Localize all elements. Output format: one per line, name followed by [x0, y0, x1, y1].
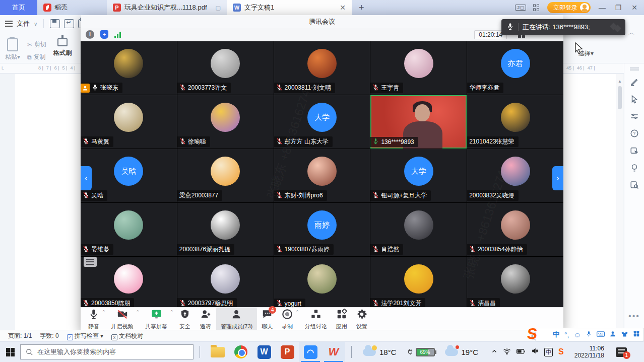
- record-button[interactable]: 录制: [277, 307, 297, 332]
- ime-indicator-icon[interactable]: 中: [544, 348, 553, 356]
- share-screen-button[interactable]: 共享屏幕: [141, 307, 172, 332]
- grid-pagination-icon[interactable]: [84, 257, 97, 267]
- tab-home[interactable]: 首页: [0, 0, 37, 15]
- ime-chinese-icon[interactable]: 中: [553, 330, 560, 339]
- pen-icon[interactable]: [629, 78, 639, 88]
- weather-widget-right[interactable]: 19°C: [445, 348, 479, 356]
- invite-button[interactable]: 邀请: [195, 307, 216, 332]
- battery-widget[interactable]: 69%: [407, 348, 435, 356]
- tray-battery-icon[interactable]: [517, 347, 526, 356]
- help-icon[interactable]: ?: [629, 129, 639, 139]
- taskbar-wps[interactable]: W: [322, 342, 345, 362]
- participant-tile[interactable]: 20003797穆思明: [177, 257, 274, 307]
- lightbulb-icon[interactable]: [629, 163, 639, 173]
- workspace-grid-icon[interactable]: [533, 4, 540, 11]
- participant-tile[interactable]: 20003876派丽扎提: [177, 203, 274, 256]
- participant-tile[interactable]: 梁燕20003877: [177, 149, 274, 202]
- participant-tile[interactable]: 20003811-刘文晴: [274, 41, 370, 95]
- participant-tile[interactable]: 东财-刘博pro6: [274, 149, 370, 202]
- tray-expand-icon[interactable]: [491, 347, 497, 356]
- tray-sogou-icon[interactable]: S: [558, 347, 564, 356]
- participant-tile[interactable]: 21010423张慧荣: [467, 95, 563, 149]
- ime-skin-icon[interactable]: [621, 331, 628, 339]
- scroll-up-icon[interactable]: ▲: [618, 79, 622, 84]
- scrollbar-handle[interactable]: [618, 86, 622, 109]
- settings-button[interactable]: 设置: [352, 307, 372, 332]
- ime-punctuation-icon[interactable]: °,: [564, 331, 569, 339]
- weather-widget-left[interactable]: 18°C: [363, 348, 397, 356]
- tab-text-document[interactable]: W 文字文稿1 ✕: [227, 0, 352, 15]
- paste-button[interactable]: 粘贴▾: [5, 38, 20, 61]
- ribbon-collapse-icon[interactable]: ︿: [628, 28, 635, 37]
- wifi-icon[interactable]: [503, 347, 511, 356]
- participant-tile[interactable]: 20003832吴晓漫: [467, 149, 563, 202]
- copy-button[interactable]: ⧉ 复制: [27, 53, 46, 61]
- restore-button[interactable]: ❐: [614, 4, 623, 12]
- participant-tile[interactable]: 肖浩然: [370, 203, 467, 256]
- members-button[interactable]: 管理成员(73): [216, 307, 257, 332]
- document-page[interactable]: [15, 74, 81, 330]
- taskbar-clock[interactable]: 11:06 2022/11/18: [574, 345, 604, 359]
- proofread-button[interactable]: x文档校对: [111, 332, 143, 340]
- participant-tile[interactable]: 亦君华师李亦君: [467, 41, 563, 95]
- ime-emoji-icon[interactable]: ☺: [574, 331, 581, 339]
- book-search-icon[interactable]: [629, 180, 639, 190]
- notification-center-icon[interactable]: 1: [616, 347, 627, 357]
- meeting-info-icon[interactable]: i: [86, 30, 94, 39]
- participant-tile[interactable]: yogurt: [274, 257, 370, 307]
- ime-mic-icon[interactable]: [586, 330, 592, 339]
- export-icon[interactable]: [64, 19, 74, 28]
- ime-keyboard-icon[interactable]: [597, 331, 605, 339]
- network-signal-icon[interactable]: [114, 31, 121, 38]
- participant-tile[interactable]: 徐瑜聪: [177, 95, 274, 149]
- new-tab-button[interactable]: +: [352, 0, 371, 15]
- taskbar-search[interactable]: 在这里输入你要搜索的内容: [20, 344, 194, 359]
- volume-icon[interactable]: [531, 347, 539, 356]
- breakout-button[interactable]: 分组讨论: [300, 307, 332, 332]
- shield-button[interactable]: 安全: [175, 307, 195, 332]
- taskbar-tencent-meeting[interactable]: ◠: [299, 342, 322, 362]
- meeting-security-icon[interactable]: +: [100, 30, 108, 39]
- ime-toolbox-icon[interactable]: [633, 330, 640, 339]
- chat-button[interactable]: 聊天4: [257, 307, 277, 332]
- ime-user-icon[interactable]: [609, 330, 616, 339]
- file-menu[interactable]: 文件: [17, 19, 30, 28]
- taskbar-word[interactable]: W: [252, 342, 276, 362]
- participant-tile[interactable]: 20003854孙静怡: [467, 203, 563, 256]
- participant-tile[interactable]: 王宇青: [370, 41, 467, 95]
- participant-tile[interactable]: 20003773许文: [177, 41, 274, 95]
- scrollbar[interactable]: ▲: [616, 74, 623, 330]
- participant-tile[interactable]: 大学 钮司源+复旦大学: [370, 149, 467, 202]
- tab-close-icon[interactable]: ✕: [340, 4, 346, 12]
- mic-button[interactable]: 静音: [84, 307, 104, 332]
- participant-tile[interactable]: 清昌昌: [467, 257, 563, 307]
- tab-pdf-document[interactable]: P 玩具企业知识产权...1118.pdf ▢: [107, 0, 227, 15]
- taskbar-chrome[interactable]: [229, 342, 252, 362]
- panel-handle-icon[interactable]: [630, 67, 639, 70]
- participant-tile[interactable]: 法学201刘文芳: [370, 257, 467, 307]
- taskbar-file-explorer[interactable]: [206, 342, 229, 362]
- cursor-tool-icon[interactable]: [629, 95, 639, 105]
- participant-tile[interactable]: 雨婷 19003807苏雨婷: [274, 203, 370, 256]
- close-button[interactable]: ✕: [630, 4, 639, 12]
- tab-count-icon[interactable]: 2▢: [515, 5, 526, 11]
- menu-icon[interactable]: [5, 19, 13, 28]
- meeting-title-bar[interactable]: 腾讯会议 ✕: [81, 15, 563, 28]
- format-painter-button[interactable]: 格式刷: [53, 38, 72, 61]
- cut-button[interactable]: ✂ 剪切: [27, 40, 46, 49]
- participant-tile[interactable]: 大学 彭方方 山东大学: [274, 95, 370, 149]
- tab-pin-icon[interactable]: ▢: [216, 5, 221, 11]
- apps-button[interactable]: 应用: [332, 307, 352, 332]
- taskbar-powerpoint[interactable]: P: [276, 342, 299, 362]
- participant-tile[interactable]: 张晓东: [81, 41, 177, 95]
- more-options-icon[interactable]: •••: [624, 312, 644, 321]
- participant-tile[interactable]: 马黄翼: [81, 95, 177, 149]
- login-button[interactable]: 立即登录: [547, 2, 591, 13]
- calendar-edit-icon[interactable]: [629, 146, 639, 156]
- camera-off-button[interactable]: 开启视频: [107, 307, 138, 332]
- prev-page-arrow[interactable]: ‹: [81, 166, 92, 190]
- sliders-icon[interactable]: [629, 112, 639, 122]
- document-page-right[interactable]: [563, 74, 616, 330]
- participant-tile[interactable]: 晏维蔓: [81, 203, 177, 256]
- minimize-button[interactable]: —: [598, 4, 607, 12]
